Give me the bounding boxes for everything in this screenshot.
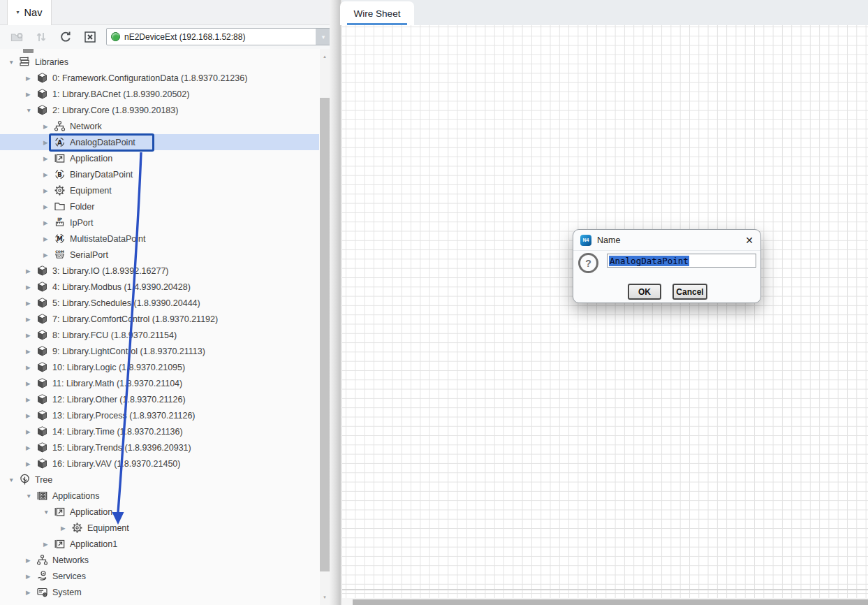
device-selector[interactable]: nE2DeviceExt (192.168.1.52:88) ▾ xyxy=(106,28,332,45)
expand-arrow-icon[interactable]: ▶ xyxy=(43,219,54,226)
tree-row-12-library-other-1-8-9370-21126[interactable]: ▶12: Library.Other (1.8.9370.21126) xyxy=(0,391,319,407)
name-input-selected-text: AnalogDataPoint xyxy=(609,256,689,266)
wiresheet-horizontal-scrollbar[interactable] xyxy=(342,598,868,605)
expand-arrow-icon[interactable]: ▶ xyxy=(43,203,54,210)
expand-arrow-icon[interactable]: ▶ xyxy=(26,444,36,451)
tab-wire-sheet[interactable]: Wire Sheet xyxy=(340,1,414,25)
tree-row-7-library-comfortcontrol-1-8-9370-21192[interactable]: ▶7: Library.ComfortControl (1.8.9370.211… xyxy=(0,311,319,327)
tree-row-1-library-bacnet-1-8-9390-20502[interactable]: ▶1: Library.BACnet (1.8.9390.20502) xyxy=(0,86,319,102)
tree-row-multistatedatapoint[interactable]: ▶MMultistateDataPoint xyxy=(0,231,319,247)
tree-row-label: 10: Library.Logic (1.8.9370.21095) xyxy=(52,363,185,372)
expand-arrow-icon[interactable]: ▶ xyxy=(43,252,54,258)
expand-arrow-icon[interactable]: ▶ xyxy=(43,187,54,194)
expand-arrow-icon[interactable]: ▶ xyxy=(61,525,71,532)
tree-row-binarydatapoint[interactable]: ▶BBinaryDataPoint xyxy=(0,166,319,182)
wiresheet-canvas[interactable] xyxy=(342,25,868,605)
tree-row-9-library-lightcontrol-1-8-9370-21113[interactable]: ▶9: Library.LightControl (1.8.9370.21113… xyxy=(0,343,319,359)
nav-scrollbar[interactable]: ▲ ▼ xyxy=(320,49,330,605)
tree-row-4-library-modbus-1-4-9390-20428[interactable]: ▶4: Library.Modbus (1.4.9390.20428) xyxy=(0,279,319,295)
close-box-icon[interactable] xyxy=(82,29,98,45)
tree-row-equipment[interactable]: ▶Equipment xyxy=(0,520,319,536)
tree-row-system[interactable]: ▶System xyxy=(0,584,319,600)
tree-row-analogdatapoint[interactable]: ▶AAnalogDataPoint xyxy=(0,134,319,150)
ip-port-icon: IP xyxy=(54,217,68,228)
tree-row-label: BinaryDataPoint xyxy=(70,170,133,180)
tree-row-folder[interactable]: ▶Folder xyxy=(0,198,319,214)
tab-nav[interactable]: ▾ Nav xyxy=(7,0,52,25)
expand-arrow-icon[interactable]: ▶ xyxy=(26,396,36,403)
expand-arrow-icon[interactable]: ▶ xyxy=(26,412,36,419)
tree-row-0-framework-configurationdata-1-8-9370-21236[interactable]: ▶0: Framework.ConfigurationData (1.8.937… xyxy=(0,70,319,86)
expand-arrow-icon[interactable]: ▶ xyxy=(26,364,36,371)
wire-sheet-tab-label: Wire Sheet xyxy=(354,8,401,19)
tree-row-13-library-process-1-8-9370-21126[interactable]: ▶13: Library.Process (1.8.9370.21126) xyxy=(0,407,319,423)
tree-row-equipment[interactable]: ▶Equipment xyxy=(0,182,319,198)
wiresheet-header xyxy=(342,0,868,25)
name-dialog-titlebar[interactable]: N4 Name ✕ xyxy=(573,230,760,251)
library-cube-icon xyxy=(36,88,51,100)
expand-arrow-icon[interactable]: ▶ xyxy=(26,300,36,307)
nav-scrollbar-thumb[interactable] xyxy=(320,98,330,571)
expand-arrow-icon[interactable]: ▶ xyxy=(26,75,36,82)
tree-row-2-library-core-1-8-9390-20183[interactable]: ▼2: Library.Core (1.8.9390.20183) xyxy=(0,102,319,118)
tree-row-applications[interactable]: ▼Applications xyxy=(0,488,319,504)
expand-arrow-icon[interactable]: ▶ xyxy=(43,541,54,548)
tree-row-11-library-math-1-8-9370-21104[interactable]: ▶11: Library.Math (1.8.9370.21104) xyxy=(0,375,319,391)
tree-row-14-library-time-1-8-9370-21136[interactable]: ▶14: Library.Time (1.8.9370.21136) xyxy=(0,423,319,439)
collapse-arrow-icon[interactable]: ▼ xyxy=(43,509,54,516)
close-icon[interactable]: ✕ xyxy=(745,235,753,245)
tree-row-ipport[interactable]: ▶IPIpPort xyxy=(0,214,319,231)
wiresheet-scrollbar-thumb[interactable] xyxy=(353,599,868,605)
expand-arrow-icon[interactable]: ▶ xyxy=(26,348,36,355)
library-cube-icon xyxy=(36,458,51,469)
tree-row-network[interactable]: ▶Network xyxy=(0,118,319,134)
expand-arrow-icon[interactable]: ▶ xyxy=(26,557,36,564)
expand-arrow-icon[interactable]: ▶ xyxy=(26,380,36,387)
scroll-up-icon[interactable]: ▲ xyxy=(320,52,330,61)
name-input[interactable]: AnalogDataPoint xyxy=(607,254,756,268)
scroll-down-icon[interactable]: ▼ xyxy=(320,592,330,602)
expand-arrow-icon[interactable]: ▶ xyxy=(26,268,36,275)
tree-row-label: Application xyxy=(70,154,112,163)
tree-row-libraries[interactable]: ▼Libraries xyxy=(0,54,319,70)
tree-row-serialport[interactable]: ▶COMSerialPort xyxy=(0,247,319,263)
expand-arrow-icon[interactable]: ▶ xyxy=(26,589,36,596)
tree-row-16-library-vav-1-8-9370-21450[interactable]: ▶16: Library.VAV (1.8.9370.21450) xyxy=(0,455,319,472)
dropdown-arrow-icon[interactable]: ▾ xyxy=(316,29,331,45)
tree-row-tree[interactable]: ▼Tree xyxy=(0,472,319,488)
n4-logo-icon: N4 xyxy=(580,235,591,246)
nav-caret-icon[interactable]: ▾ xyxy=(17,10,20,15)
tree-row-8-library-fcu-1-8-9370-21154[interactable]: ▶8: Library.FCU (1.8.9370.21154) xyxy=(0,327,319,343)
expand-arrow-icon[interactable]: ▶ xyxy=(43,123,54,130)
expand-arrow-icon[interactable]: ▶ xyxy=(26,91,36,98)
expand-arrow-icon[interactable]: ▶ xyxy=(43,171,54,178)
equipment-icon xyxy=(54,184,68,196)
tree-row-3-library-io-1-8-9392-16277[interactable]: ▶3: Library.IO (1.8.9392.16277) xyxy=(0,263,319,279)
expand-arrow-icon[interactable]: ▶ xyxy=(26,332,36,339)
expand-arrow-icon[interactable]: ▶ xyxy=(26,460,36,467)
expand-arrow-icon[interactable]: ▶ xyxy=(43,155,54,162)
expand-arrow-icon[interactable]: ▶ xyxy=(26,316,36,323)
expand-arrow-icon[interactable]: ▶ xyxy=(26,573,36,580)
collapse-arrow-icon[interactable]: ▼ xyxy=(8,476,19,483)
tree-row-networks[interactable]: ▶Networks xyxy=(0,552,319,568)
tree-row-services[interactable]: ▶Services xyxy=(0,568,319,584)
cancel-button[interactable]: Cancel xyxy=(672,284,707,300)
tree-row-application[interactable]: ▶Application xyxy=(0,150,319,166)
refresh-icon[interactable] xyxy=(58,29,73,45)
expand-arrow-icon[interactable]: ▶ xyxy=(26,428,36,435)
tree-row-label: MultistateDataPoint xyxy=(70,234,145,244)
collapse-arrow-icon[interactable]: ▼ xyxy=(26,107,36,114)
expand-arrow-icon[interactable]: ▶ xyxy=(26,284,36,291)
tree-row-application1[interactable]: ▶Application1 xyxy=(0,536,319,552)
ok-button[interactable]: OK xyxy=(628,284,661,300)
tree-row-10-library-logic-1-8-9370-21095[interactable]: ▶10: Library.Logic (1.8.9370.21095) xyxy=(0,359,319,375)
tree-row-5-library-schedules-1-8-9390-20444[interactable]: ▶5: Library.Schedules (1.8.9390.20444) xyxy=(0,295,319,311)
expand-arrow-icon[interactable]: ▶ xyxy=(43,235,54,242)
library-cube-icon xyxy=(36,329,51,341)
tree-row-label: 14: Library.Time (1.8.9370.21136) xyxy=(52,427,183,437)
tree-row-application[interactable]: ▼Application xyxy=(0,504,319,520)
collapse-arrow-icon[interactable]: ▼ xyxy=(26,493,36,500)
tree-row-15-library-trends-1-8-9396-20931[interactable]: ▶15: Library.Trends (1.8.9396.20931) xyxy=(0,439,319,455)
collapse-arrow-icon[interactable]: ▼ xyxy=(8,59,19,66)
